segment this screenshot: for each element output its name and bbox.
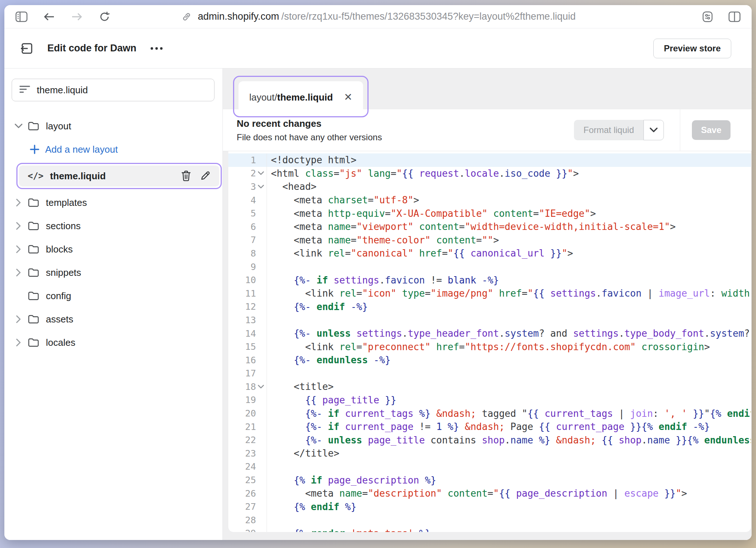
chevron-right-icon[interactable] <box>14 245 23 253</box>
code-line[interactable]: 19 {{ page_title }} <box>228 394 751 407</box>
page-settings-icon[interactable] <box>701 11 714 23</box>
file-sidebar: layoutAdd a new layout</>theme.liquidtem… <box>4 68 223 540</box>
sidebar-item-blocks[interactable]: blocks <box>4 238 223 261</box>
chevron-right-icon[interactable] <box>14 199 23 207</box>
reload-icon[interactable] <box>98 11 111 23</box>
tab-theme-liquid[interactable]: layout/theme.liquid ✕ <box>239 81 363 113</box>
code-line[interactable]: 9 <box>228 260 751 274</box>
preview-store-button[interactable]: Preview store <box>653 39 731 58</box>
filter-icon <box>19 85 30 95</box>
line-number: 17 <box>245 368 256 379</box>
chevron-right-icon[interactable] <box>14 338 23 347</box>
tab-file-name: theme.liquid <box>277 92 333 103</box>
sidebar-item-templates[interactable]: templates <box>4 191 223 214</box>
sidebar-item-label: layout <box>46 121 71 132</box>
sidebar-item-assets[interactable]: assets <box>4 308 223 331</box>
code-line[interactable]: 5 <meta http-equiv="X-UA-Compatible" con… <box>228 207 751 220</box>
address-bar[interactable]: admin.shopify.com/store/rzq1xu-f5/themes… <box>180 11 575 23</box>
code-line[interactable]: 28 <box>228 513 751 527</box>
code-line-text: {% render 'meta-tags' %} <box>267 528 430 532</box>
save-button[interactable]: Save <box>692 120 731 140</box>
chevron-down-icon[interactable] <box>14 124 23 129</box>
code-line[interactable]: 27 {% endif %} <box>228 500 751 513</box>
exit-icon[interactable] <box>19 40 35 56</box>
code-line[interactable]: 14 {%- unless settings.type_header_font.… <box>228 327 751 340</box>
tab-strip: layout/theme.liquid ✕ <box>223 68 752 109</box>
code-line[interactable]: 3 <head> <box>228 180 751 193</box>
split-view-icon[interactable] <box>728 11 741 23</box>
line-number: 23 <box>245 448 256 459</box>
code-line[interactable]: 13 <box>228 313 751 327</box>
format-liquid-button[interactable]: Format liquid <box>574 120 664 140</box>
code-line-text: <title> <box>267 381 334 392</box>
code-line-text: <link rel="preconnect" href="https://fon… <box>267 341 710 352</box>
forward-icon[interactable] <box>71 11 83 23</box>
chevron-right-icon[interactable] <box>14 269 23 277</box>
code-line-text: <head> <box>267 181 316 192</box>
code-line[interactable]: 29 {% render 'meta-tags' %} <box>228 527 751 532</box>
line-number: 19 <box>245 395 256 405</box>
line-number: 5 <box>251 208 256 219</box>
fold-chevron-icon[interactable] <box>258 385 265 389</box>
code-line[interactable]: 12 {%- endif -%} <box>228 300 751 314</box>
fold-chevron-icon[interactable] <box>258 185 265 189</box>
sidebar-item-config[interactable]: config <box>4 284 223 308</box>
code-line[interactable]: 21 {%- if current_page != 1 %} &ndash; P… <box>228 420 751 434</box>
code-line[interactable]: 11 <link rel="icon" type="image/png" hre… <box>228 287 751 300</box>
back-icon[interactable] <box>43 11 55 23</box>
status-subtitle: File does not have any other versions <box>237 132 382 142</box>
code-line[interactable]: 10 {%- if settings.favicon != blank -%} <box>228 273 751 287</box>
line-number: 2 <box>251 168 256 179</box>
code-line[interactable]: 16 {%- endunless -%} <box>228 353 751 367</box>
editor-pane: layout/theme.liquid ✕ No recent changes … <box>223 68 752 540</box>
code-line[interactable]: 15 <link rel="preconnect" href="https://… <box>228 340 751 353</box>
more-actions-icon[interactable] <box>150 47 164 50</box>
fold-chevron-icon[interactable] <box>258 171 265 175</box>
sidebar-item-theme-liquid[interactable]: </>theme.liquid <box>19 165 219 187</box>
add-layout-label: Add a new layout <box>45 144 118 155</box>
sidebar-toggle-icon[interactable] <box>15 11 28 23</box>
chevron-right-icon[interactable] <box>14 315 23 323</box>
line-number: 4 <box>251 195 256 206</box>
delete-file-icon[interactable] <box>181 171 191 181</box>
code-line[interactable]: 26 <meta name="description" content="{{ … <box>228 487 751 500</box>
format-options-dropdown[interactable] <box>643 120 664 140</box>
page-title: Edit code for Dawn <box>47 43 137 54</box>
sidebar-item-sections[interactable]: sections <box>4 214 223 238</box>
app-header: Edit code for Dawn Preview store <box>4 28 752 68</box>
toolbar-divider <box>680 109 680 151</box>
close-tab-icon[interactable]: ✕ <box>344 92 352 102</box>
code-line[interactable]: 8 <link rel="canonical" href="{{ canonic… <box>228 247 751 260</box>
code-editor[interactable]: 1<!doctype html>2<html class="js" lang="… <box>228 151 751 532</box>
search-input[interactable] <box>37 85 207 96</box>
code-line[interactable]: 22 {%- unless page_title contains shop.n… <box>228 433 751 447</box>
add-new-layout-button[interactable]: Add a new layout <box>4 138 223 161</box>
code-line-text: {{ page_title }} <box>267 395 396 406</box>
rename-file-icon[interactable] <box>200 171 210 181</box>
code-line[interactable]: 4 <meta charset="utf-8"> <box>228 193 751 207</box>
code-line-text: <link rel="icon" type="image/png" href="… <box>267 288 751 299</box>
code-line[interactable]: 25 {% if page_description %} <box>228 473 751 487</box>
code-line[interactable]: 1<!doctype html> <box>228 153 751 167</box>
sidebar-item-snippets[interactable]: snippets <box>4 261 223 284</box>
code-line[interactable]: 18 <title> <box>228 380 751 394</box>
code-line[interactable]: 24 <box>228 460 751 474</box>
line-number: 1 <box>251 155 256 165</box>
code-line[interactable]: 6 <meta name="viewport" content="width=d… <box>228 220 751 234</box>
line-number: 10 <box>245 275 256 285</box>
file-search[interactable] <box>12 79 214 101</box>
code-line[interactable]: 23 </title> <box>228 447 751 460</box>
code-line-text: {%- unless settings.type_header_font.sys… <box>267 328 751 339</box>
chevron-right-icon[interactable] <box>14 222 23 230</box>
sidebar-item-locales[interactable]: locales <box>4 331 223 354</box>
format-liquid-label[interactable]: Format liquid <box>574 120 643 140</box>
code-line-text: {%- if settings.favicon != blank -%} <box>267 275 499 286</box>
code-line[interactable]: 2<html class="js" lang="{{ request.local… <box>228 167 751 180</box>
code-line[interactable]: 17 <box>228 367 751 380</box>
sidebar-item-label: sections <box>46 220 80 232</box>
code-line[interactable]: 20 {%- if current_tags %} &ndash; tagged… <box>228 407 751 420</box>
sidebar-item-label: templates <box>46 197 87 208</box>
line-number: 16 <box>245 355 256 365</box>
code-line[interactable]: 7 <meta name="theme-color" content=""> <box>228 234 751 247</box>
sidebar-item-layout[interactable]: layout <box>4 114 223 138</box>
